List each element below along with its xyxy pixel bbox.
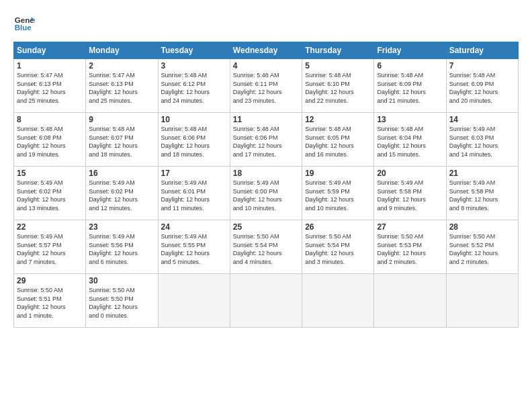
calendar-cell [230,274,302,328]
calendar-cell: 29Sunrise: 5:50 AMSunset: 5:51 PMDayligh… [14,274,86,328]
day-info: Sunrise: 5:49 AMSunset: 5:59 PMDaylight:… [305,179,371,212]
day-number: 20 [377,169,443,178]
day-number: 2 [89,61,154,71]
calendar-cell: 19Sunrise: 5:49 AMSunset: 5:59 PMDayligh… [302,167,374,220]
calendar-cell: 4Sunrise: 5:48 AMSunset: 6:11 PMDaylight… [230,59,302,113]
calendar-cell: 11Sunrise: 5:48 AMSunset: 6:06 PMDayligh… [230,113,302,167]
day-info: Sunrise: 5:48 AMSunset: 6:08 PMDaylight:… [17,125,83,158]
calendar-week-row: 1Sunrise: 5:47 AMSunset: 6:13 PMDaylight… [14,59,519,113]
calendar-table: SundayMondayTuesdayWednesdayThursdayFrid… [13,42,519,328]
day-number: 14 [449,115,515,124]
calendar-cell: 10Sunrise: 5:48 AMSunset: 6:06 PMDayligh… [158,113,230,167]
day-info: Sunrise: 5:48 AMSunset: 6:09 PMDaylight:… [377,71,443,105]
calendar-cell: 21Sunrise: 5:49 AMSunset: 5:58 PMDayligh… [446,167,518,220]
logo: General Blue [13,12,35,34]
day-number: 18 [233,169,299,178]
day-info: Sunrise: 5:50 AMSunset: 5:52 PMDaylight:… [449,232,515,266]
day-info: Sunrise: 5:48 AMSunset: 6:06 PMDaylight:… [233,125,299,158]
weekday-header-row: SundayMondayTuesdayWednesdayThursdayFrid… [14,42,519,59]
day-info: Sunrise: 5:48 AMSunset: 6:06 PMDaylight:… [161,125,227,158]
day-info: Sunrise: 5:47 AMSunset: 6:13 PMDaylight:… [89,71,154,105]
day-number: 5 [305,61,371,71]
day-info: Sunrise: 5:48 AMSunset: 6:04 PMDaylight:… [377,125,443,158]
calendar-cell: 24Sunrise: 5:49 AMSunset: 5:55 PMDayligh… [158,220,230,274]
day-info: Sunrise: 5:49 AMSunset: 6:03 PMDaylight:… [449,125,515,158]
day-info: Sunrise: 5:49 AMSunset: 5:57 PMDaylight:… [17,232,83,266]
calendar-cell: 2Sunrise: 5:47 AMSunset: 6:13 PMDaylight… [86,59,158,113]
day-info: Sunrise: 5:49 AMSunset: 6:02 PMDaylight:… [89,179,154,212]
day-number: 27 [377,222,443,232]
day-number: 29 [17,276,83,285]
calendar-cell: 9Sunrise: 5:48 AMSunset: 6:07 PMDaylight… [86,113,158,167]
day-number: 3 [161,61,227,71]
day-number: 7 [449,61,515,71]
day-number: 16 [89,169,154,178]
day-number: 1 [17,61,83,71]
weekday-header-tuesday: Tuesday [158,42,230,59]
calendar-cell: 30Sunrise: 5:50 AMSunset: 5:50 PMDayligh… [86,274,158,328]
day-number: 8 [17,115,83,124]
day-number: 22 [17,222,83,232]
calendar-cell [158,274,230,328]
day-info: Sunrise: 5:49 AMSunset: 5:58 PMDaylight:… [377,179,443,212]
day-number: 11 [233,115,299,124]
calendar-cell: 16Sunrise: 5:49 AMSunset: 6:02 PMDayligh… [86,167,158,220]
calendar-cell [374,274,446,328]
header: General Blue [13,12,519,34]
day-number: 15 [17,169,83,178]
day-info: Sunrise: 5:49 AMSunset: 5:58 PMDaylight:… [449,179,515,212]
day-info: Sunrise: 5:49 AMSunset: 6:01 PMDaylight:… [161,179,227,212]
weekday-header-saturday: Saturday [446,42,518,59]
day-info: Sunrise: 5:50 AMSunset: 5:51 PMDaylight:… [17,286,83,320]
svg-text:Blue: Blue [15,24,32,32]
calendar-page: General Blue SundayMondayTuesdayWednesda… [0,0,532,334]
weekday-header-thursday: Thursday [302,42,374,59]
weekday-header-friday: Friday [374,42,446,59]
calendar-cell [446,274,518,328]
day-number: 19 [305,169,371,178]
day-info: Sunrise: 5:48 AMSunset: 6:05 PMDaylight:… [305,125,371,158]
day-number: 21 [449,169,515,178]
day-number: 24 [161,222,227,232]
day-info: Sunrise: 5:49 AMSunset: 6:02 PMDaylight:… [17,179,83,212]
calendar-week-row: 15Sunrise: 5:49 AMSunset: 6:02 PMDayligh… [14,167,519,220]
day-info: Sunrise: 5:50 AMSunset: 5:53 PMDaylight:… [377,232,443,266]
calendar-cell: 7Sunrise: 5:48 AMSunset: 6:09 PMDaylight… [446,59,518,113]
day-number: 12 [305,115,371,124]
calendar-cell: 17Sunrise: 5:49 AMSunset: 6:01 PMDayligh… [158,167,230,220]
day-number: 30 [89,276,154,285]
calendar-cell: 25Sunrise: 5:50 AMSunset: 5:54 PMDayligh… [230,220,302,274]
calendar-cell: 8Sunrise: 5:48 AMSunset: 6:08 PMDaylight… [14,113,86,167]
weekday-header-monday: Monday [86,42,158,59]
calendar-cell: 26Sunrise: 5:50 AMSunset: 5:54 PMDayligh… [302,220,374,274]
day-info: Sunrise: 5:49 AMSunset: 6:00 PMDaylight:… [233,179,299,212]
day-info: Sunrise: 5:48 AMSunset: 6:11 PMDaylight:… [233,71,299,105]
day-info: Sunrise: 5:50 AMSunset: 5:54 PMDaylight:… [233,232,299,266]
calendar-week-row: 29Sunrise: 5:50 AMSunset: 5:51 PMDayligh… [14,274,519,328]
calendar-cell: 27Sunrise: 5:50 AMSunset: 5:53 PMDayligh… [374,220,446,274]
calendar-cell: 14Sunrise: 5:49 AMSunset: 6:03 PMDayligh… [446,113,518,167]
calendar-cell: 20Sunrise: 5:49 AMSunset: 5:58 PMDayligh… [374,167,446,220]
day-number: 23 [89,222,154,232]
calendar-cell: 12Sunrise: 5:48 AMSunset: 6:05 PMDayligh… [302,113,374,167]
weekday-header-sunday: Sunday [14,42,86,59]
weekday-header-wednesday: Wednesday [230,42,302,59]
calendar-week-row: 22Sunrise: 5:49 AMSunset: 5:57 PMDayligh… [14,220,519,274]
day-number: 28 [449,222,515,232]
day-number: 26 [305,222,371,232]
day-number: 10 [161,115,227,124]
calendar-cell: 18Sunrise: 5:49 AMSunset: 6:00 PMDayligh… [230,167,302,220]
day-number: 9 [89,115,154,124]
day-info: Sunrise: 5:50 AMSunset: 5:50 PMDaylight:… [89,286,154,320]
calendar-cell: 5Sunrise: 5:48 AMSunset: 6:10 PMDaylight… [302,59,374,113]
day-number: 17 [161,169,227,178]
calendar-week-row: 8Sunrise: 5:48 AMSunset: 6:08 PMDaylight… [14,113,519,167]
day-number: 4 [233,61,299,71]
day-info: Sunrise: 5:48 AMSunset: 6:07 PMDaylight:… [89,125,154,158]
calendar-cell: 23Sunrise: 5:49 AMSunset: 5:56 PMDayligh… [86,220,158,274]
logo-icon: General Blue [13,12,35,34]
day-info: Sunrise: 5:48 AMSunset: 6:09 PMDaylight:… [449,71,515,105]
day-info: Sunrise: 5:49 AMSunset: 5:55 PMDaylight:… [161,232,227,266]
day-info: Sunrise: 5:48 AMSunset: 6:12 PMDaylight:… [161,71,227,105]
day-info: Sunrise: 5:47 AMSunset: 6:13 PMDaylight:… [17,71,83,105]
